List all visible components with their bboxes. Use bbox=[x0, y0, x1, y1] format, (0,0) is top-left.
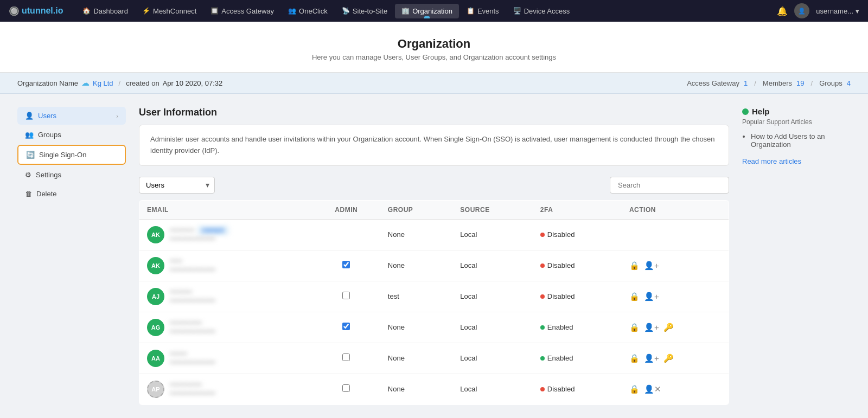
tfa-status: Disabled bbox=[547, 292, 575, 300]
cell-email: AK ••••• •••••••••••••••••••• bbox=[139, 250, 312, 281]
admin-checkbox[interactable] bbox=[342, 353, 350, 361]
cell-email: AG ••••••••••••• •••••••••••••••••••• bbox=[139, 312, 312, 343]
nav-item-meshconnect[interactable]: ⚡ MeshConnect bbox=[136, 4, 203, 18]
users-filter-dropdown[interactable]: Users Invitations bbox=[139, 177, 215, 194]
org-name[interactable]: Kg Ltd bbox=[93, 79, 113, 87]
lock-icon[interactable]: 🔒 bbox=[629, 261, 640, 271]
created-date: Apr 10 2020, 07:32 bbox=[163, 79, 223, 87]
search-input[interactable] bbox=[610, 177, 729, 194]
gateway-icon: 🔲 bbox=[210, 7, 219, 15]
members-count[interactable]: 19 bbox=[796, 79, 804, 87]
access-gateway-count[interactable]: 1 bbox=[744, 79, 748, 87]
delete-icon: 🗑 bbox=[25, 190, 32, 198]
cell-source: Local bbox=[452, 250, 533, 281]
col-2fa: 2FA bbox=[533, 200, 622, 219]
col-action: ACTION bbox=[622, 200, 729, 219]
device-access-icon: 🖥️ bbox=[513, 7, 521, 15]
org-label: Organization Name bbox=[17, 79, 78, 87]
user-plus-icon[interactable]: 👤+ bbox=[644, 323, 659, 332]
settings-icon: ⚙ bbox=[25, 171, 31, 179]
page-header: Organization Here you can manage Users, … bbox=[0, 22, 868, 73]
sidebar-item-settings[interactable]: ⚙ Settings bbox=[17, 166, 126, 184]
logo[interactable]: 🔘utunnel.io bbox=[9, 6, 63, 16]
user-cell: AG ••••••••••••• •••••••••••••••••••• bbox=[147, 319, 305, 336]
events-icon: 📋 bbox=[467, 7, 475, 15]
user-info: ••••••••••••• •••••••••••••••••••• bbox=[170, 381, 215, 397]
created-label: created on bbox=[126, 79, 159, 87]
lock-icon[interactable]: 🔒 bbox=[629, 384, 640, 394]
admin-checkbox[interactable] bbox=[342, 384, 350, 392]
nav-item-site-to-site[interactable]: 📡 Site-to-Site bbox=[335, 4, 394, 18]
cell-2fa: Disabled bbox=[533, 281, 622, 312]
nav-right: 🔔 👤 username... ▾ bbox=[777, 3, 859, 18]
user-info: ••••••••• •••••••••••••••••••• bbox=[170, 288, 215, 305]
admin-checkbox[interactable] bbox=[342, 292, 350, 299]
nav-item-dashboard[interactable]: 🏠 Dashboard bbox=[76, 4, 135, 18]
lock-icon[interactable]: 🔒 bbox=[629, 353, 640, 363]
tfa-status: Disabled bbox=[547, 261, 575, 269]
groups-label: Groups bbox=[819, 79, 843, 87]
page-description: Here you can manage Users, User Groups, … bbox=[0, 53, 868, 61]
sidebar-item-sso[interactable]: 🔄 Single Sign-On bbox=[17, 145, 126, 165]
col-email: EMAIL bbox=[139, 200, 312, 219]
dashboard-icon: 🏠 bbox=[82, 7, 91, 15]
sidebar-item-delete[interactable]: 🗑 Delete bbox=[17, 185, 126, 203]
user-email: •••••••••••••••••••• bbox=[170, 359, 215, 366]
user-plus-icon[interactable]: 👤+ bbox=[644, 292, 659, 301]
status-dot bbox=[540, 356, 545, 361]
table-row: AK ••••• •••••••••••••••••••• NoneLocalD… bbox=[139, 250, 729, 281]
table-row: AJ ••••••••• •••••••••••••••••••• testLo… bbox=[139, 281, 729, 312]
cell-source: Local bbox=[452, 281, 533, 312]
nav-item-organization[interactable]: 🏢 Organization bbox=[395, 4, 459, 18]
key-icon[interactable]: 🔑 bbox=[663, 323, 674, 332]
user-info: ••••••• •••••••••••••••••••• bbox=[170, 350, 215, 366]
action-icons: 🔒👤+ bbox=[629, 261, 721, 271]
content-area: User Information Administer user account… bbox=[139, 107, 729, 418]
help-subtitle: Popular Support Articles bbox=[742, 118, 851, 126]
meshconnect-icon: ⚡ bbox=[142, 7, 150, 15]
status-dot bbox=[540, 294, 545, 299]
sidebar-item-groups[interactable]: 👥 Groups bbox=[17, 126, 126, 144]
user-remove-icon[interactable]: 👤✕ bbox=[644, 384, 661, 394]
read-more-articles-link[interactable]: Read more articles bbox=[742, 157, 801, 165]
sso-icon: 🔄 bbox=[26, 151, 35, 159]
nav-item-access-gateway[interactable]: 🔲 Access Gateway bbox=[204, 4, 280, 18]
tfa-status: Enabled bbox=[547, 323, 573, 331]
notifications-bell[interactable]: 🔔 bbox=[777, 6, 788, 16]
nav-item-events[interactable]: 📋 Events bbox=[460, 4, 506, 18]
cell-admin bbox=[312, 281, 380, 312]
organization-icon: 🏢 bbox=[401, 7, 410, 15]
cell-group: None bbox=[380, 219, 452, 250]
sidebar-item-users[interactable]: 👤 Users › bbox=[17, 107, 126, 125]
cell-action: 🔒👤✕ bbox=[622, 374, 729, 404]
sidebar: 👤 Users › 👥 Groups 🔄 Single Sign-On ⚙ Se… bbox=[17, 107, 126, 418]
user-cell: AP ••••••••••••• •••••••••••••••••••• bbox=[147, 381, 305, 398]
admin-checkbox[interactable] bbox=[342, 261, 350, 268]
user-plus-icon[interactable]: 👤+ bbox=[644, 353, 659, 363]
admin-checkbox[interactable] bbox=[342, 323, 350, 330]
table-controls: Users Invitations bbox=[139, 177, 729, 194]
help-title: Help bbox=[742, 107, 851, 116]
lock-icon[interactable]: 🔒 bbox=[629, 323, 640, 332]
users-table: EMAIL ADMIN GROUP SOURCE 2FA ACTION AK •… bbox=[139, 200, 729, 405]
cell-admin bbox=[312, 250, 380, 281]
cell-admin bbox=[312, 343, 380, 374]
username-dropdown[interactable]: username... ▾ bbox=[816, 7, 859, 15]
content-title: User Information bbox=[139, 107, 729, 118]
cell-group: None bbox=[380, 250, 452, 281]
user-cell: AJ ••••••••• •••••••••••••••••••• bbox=[147, 288, 305, 305]
groups-count[interactable]: 4 bbox=[847, 79, 851, 87]
user-cell: AA ••••••• •••••••••••••••••••• bbox=[147, 350, 305, 367]
org-info-bar: Organization Name ☁ Kg Ltd / created on … bbox=[0, 73, 868, 94]
user-plus-icon[interactable]: 👤+ bbox=[644, 261, 659, 271]
avatar: AG bbox=[147, 319, 164, 336]
user-name: ••••• bbox=[170, 257, 215, 265]
table-header-row: EMAIL ADMIN GROUP SOURCE 2FA ACTION bbox=[139, 200, 729, 219]
key-icon[interactable]: 🔑 bbox=[663, 353, 674, 363]
members-label: Members bbox=[763, 79, 792, 87]
user-email: •••••••••••••••••••• bbox=[170, 266, 215, 274]
nav-item-oneclick[interactable]: 👥 OneClick bbox=[282, 4, 334, 18]
user-name: ••••••• bbox=[170, 350, 215, 358]
nav-item-device-access[interactable]: 🖥️ Device Access bbox=[507, 4, 577, 18]
lock-icon[interactable]: 🔒 bbox=[629, 292, 640, 301]
